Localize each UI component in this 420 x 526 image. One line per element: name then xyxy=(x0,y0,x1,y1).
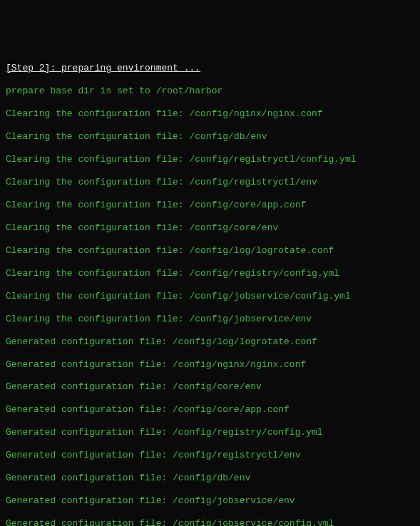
step2-header: [Step 2]: preparing environment ... xyxy=(6,63,414,74)
clearing-line: Clearing the configuration file: /config… xyxy=(6,222,414,234)
generated-line: Generated configuration file: /config/jo… xyxy=(6,495,414,507)
clearing-line: Clearing the configuration file: /config… xyxy=(6,154,414,165)
prepare-line: prepare base dir is set to /root/harbor xyxy=(6,86,414,97)
clearing-line: Clearing the configuration file: /config… xyxy=(6,131,414,143)
generated-line: Generated configuration file: /config/lo… xyxy=(6,336,414,348)
generated-line: Generated configuration file: /config/co… xyxy=(6,404,414,416)
clearing-line: Clearing the configuration file: /config… xyxy=(6,245,414,257)
terminal-output: [Step 2]: preparing environment ... prep… xyxy=(6,51,414,526)
clearing-line: Clearing the configuration file: /config… xyxy=(6,314,414,325)
clearing-line: Clearing the configuration file: /config… xyxy=(6,291,414,302)
generated-line: Generated configuration file: /config/re… xyxy=(6,450,414,461)
clearing-line: Clearing the configuration file: /config… xyxy=(6,177,414,188)
clearing-line: Clearing the configuration file: /config… xyxy=(6,108,414,120)
clearing-line: Clearing the configuration file: /config… xyxy=(6,268,414,279)
generated-line: Generated configuration file: /config/ng… xyxy=(6,359,414,371)
generated-line: Generated configuration file: /config/db… xyxy=(6,473,414,484)
generated-line: Generated configuration file: /config/co… xyxy=(6,381,414,393)
clearing-line: Clearing the configuration file: /config… xyxy=(6,200,414,211)
generated-line: Generated configuration file: /config/re… xyxy=(6,427,414,438)
generated-line: Generated configuration file: /config/jo… xyxy=(6,518,414,526)
